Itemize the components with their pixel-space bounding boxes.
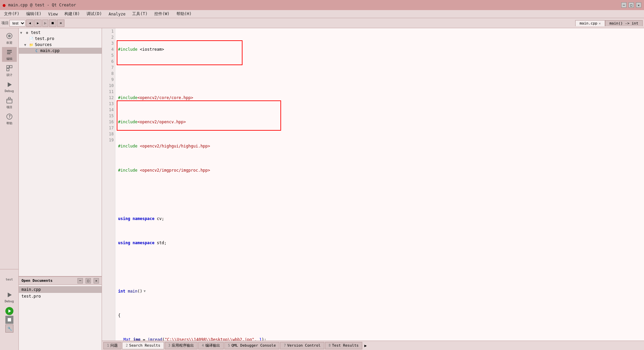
line-num-4: 4 bbox=[103, 46, 114, 52]
code-13-space bbox=[131, 337, 133, 341]
tab-main-int-label: main() -> int bbox=[609, 21, 638, 26]
code-3-path: <opencv2/core/core.hpp> bbox=[138, 95, 193, 101]
sidebar-bottom-test[interactable]: test bbox=[2, 272, 17, 287]
code-8-namespace: namespace bbox=[132, 216, 154, 222]
sidebar-icon-project[interactable]: 项目 bbox=[2, 95, 17, 110]
code-13-lparen: ( bbox=[162, 337, 165, 341]
wrench-button[interactable]: 🔧 bbox=[5, 324, 13, 333]
toolbar-build-btn[interactable]: ▷ bbox=[42, 19, 48, 27]
sidebar-icon-design[interactable]: 设计 bbox=[2, 63, 17, 78]
code-8-ns bbox=[130, 216, 132, 222]
svg-point-10 bbox=[8, 97, 10, 99]
open-doc-test-pro[interactable]: test.pro bbox=[19, 293, 102, 300]
project-file-icon: ⚙ bbox=[25, 30, 30, 35]
sidebar-icon-help[interactable]: ? 帮助 bbox=[2, 112, 17, 126]
title-bar: ● main.cpp @ test - Qt Creator ─ □ ✕ bbox=[0, 0, 644, 10]
bottom-tab-issues[interactable]: 1 问题 bbox=[103, 342, 121, 349]
line-num-17: 17 bbox=[103, 125, 114, 131]
menu-edit[interactable]: 编辑(E) bbox=[23, 10, 44, 17]
code-13-eq: = bbox=[141, 337, 148, 341]
menu-controls[interactable]: 控件(W) bbox=[152, 10, 172, 17]
svg-rect-15 bbox=[8, 318, 11, 321]
sidebar-icon-welcome[interactable]: 欢迎 bbox=[2, 31, 17, 46]
code-5-include: #include bbox=[118, 143, 140, 149]
open-docs-btn1[interactable]: ─ bbox=[77, 278, 83, 283]
svg-marker-14 bbox=[8, 309, 11, 313]
tree-item-test[interactable]: ▼ ⚙ test bbox=[19, 30, 102, 36]
code-line-2 bbox=[118, 71, 644, 77]
bottom-tab-compile[interactable]: 4 编译输出 bbox=[198, 342, 224, 349]
menu-debug[interactable]: 调试(D) bbox=[84, 10, 105, 17]
run-section: 🔧 bbox=[5, 307, 13, 333]
debug-bottom-icon bbox=[5, 291, 13, 299]
sidebar-bottom-debug[interactable]: Debug bbox=[2, 290, 17, 304]
run-button[interactable] bbox=[5, 307, 13, 315]
title-bar-controls[interactable]: ─ □ ✕ bbox=[621, 2, 641, 8]
code-line-12: { bbox=[118, 312, 644, 318]
tree-item-test-pro[interactable]: 📄 test.pro bbox=[19, 36, 102, 42]
maximize-button[interactable]: □ bbox=[629, 2, 634, 8]
code-content: 1 2 3 4 5 6 7 8 9 10 11 12 13 14 15 16 1 bbox=[102, 28, 644, 341]
stop-button[interactable] bbox=[5, 316, 13, 324]
menu-help[interactable]: 帮助(H) bbox=[174, 10, 195, 17]
toolbar-nav-btn2[interactable]: ▶ bbox=[34, 19, 42, 27]
sidebar-icon-debug[interactable]: Debug bbox=[2, 79, 17, 94]
tree-item-main-cpp[interactable]: C main.cpp bbox=[19, 48, 102, 54]
svg-rect-3 bbox=[7, 52, 12, 52]
open-doc-main-cpp[interactable]: main.cpp bbox=[19, 286, 102, 293]
tab-main-cpp-close[interactable]: ✕ bbox=[599, 21, 601, 25]
pro-file-icon: 📄 bbox=[29, 36, 34, 41]
toolbar-btn3[interactable]: ≡ bbox=[57, 19, 64, 27]
open-docs-btn2[interactable]: □ bbox=[86, 278, 91, 283]
toolbar-btn2[interactable]: ⏹ bbox=[49, 19, 56, 27]
code-line-8: using namespace cv; bbox=[118, 216, 644, 222]
code-4-include: #include bbox=[118, 119, 138, 125]
tab-main-cpp[interactable]: main.cpp ✕ bbox=[575, 20, 605, 26]
editor-tab-bar: main.cpp ✕ main() -> int bbox=[575, 19, 643, 27]
tab-main-int[interactable]: main() -> int bbox=[605, 20, 643, 26]
code-1-rest: <iostream> bbox=[138, 46, 164, 52]
edit-icon bbox=[5, 48, 13, 56]
code-line-11: int main() ▼ bbox=[118, 288, 644, 294]
bottom-tab-qml[interactable]: 5 QML Debugger Console bbox=[224, 342, 279, 349]
menu-build[interactable]: 构建(B) bbox=[62, 10, 83, 17]
editor-area: 1 2 3 4 5 6 7 8 9 10 11 12 13 14 15 16 1 bbox=[102, 28, 644, 350]
bottom-tab-test-label: Test Results bbox=[332, 343, 359, 348]
sidebar-icon-edit[interactable]: 编辑 bbox=[2, 47, 17, 62]
menu-bar: 文件(F) 编辑(E) View 构建(B) 调试(D) Analyze 工具(… bbox=[0, 10, 644, 18]
tree-label-main: main.cpp bbox=[40, 48, 60, 53]
bottom-tab-test[interactable]: 8 Test Results bbox=[325, 342, 363, 349]
bottom-tab-vcs[interactable]: 7 Version Control bbox=[280, 342, 324, 349]
project-label-icon: 项目 bbox=[6, 105, 12, 110]
close-button[interactable]: ✕ bbox=[636, 2, 641, 8]
code-13-rparen: ); bbox=[262, 337, 266, 341]
menu-analyze[interactable]: Analyze bbox=[106, 11, 128, 17]
tree-item-sources[interactable]: ▼ 📁 Sources bbox=[19, 42, 102, 48]
help-icon: ? bbox=[5, 113, 13, 121]
menu-view[interactable]: View bbox=[45, 11, 60, 17]
menu-file[interactable]: 文件(F) bbox=[1, 10, 22, 17]
open-docs-btn3[interactable]: ✕ bbox=[94, 278, 99, 283]
design-label: 设计 bbox=[6, 73, 12, 77]
project-selector[interactable]: test bbox=[9, 20, 25, 27]
toolbar: 项目 test ◀ ▶ ▷ ⏹ ≡ main.cpp ✕ main() -> i… bbox=[0, 18, 644, 28]
bottom-tab-app-num: 3 bbox=[168, 344, 170, 347]
line-num-3: 3 bbox=[103, 40, 114, 46]
code-area[interactable]: 1 2 3 4 5 6 7 8 9 10 11 12 13 14 15 16 1 bbox=[102, 28, 644, 341]
code-6-path: <opencv2/imgproc/imgproc.hpp> bbox=[140, 167, 210, 173]
bottom-tabs-more[interactable]: ▶ bbox=[364, 343, 367, 348]
menu-tools[interactable]: 工具(T) bbox=[129, 10, 150, 17]
bottom-tab-search[interactable]: 2 Search Results bbox=[122, 342, 164, 349]
bottom-tab-app-output[interactable]: 3 应用程序输出 bbox=[165, 342, 198, 349]
code-13-img: img bbox=[133, 337, 141, 341]
tree-arrow-sources: ▼ bbox=[24, 43, 28, 47]
code-11-fn: main bbox=[128, 288, 138, 294]
code-9-namespace: namespace bbox=[132, 240, 154, 246]
tree-label-test: test bbox=[31, 30, 41, 35]
svg-rect-2 bbox=[7, 50, 12, 51]
tab-main-cpp-label: main.cpp bbox=[580, 21, 597, 26]
minimize-button[interactable]: ─ bbox=[621, 2, 627, 8]
design-icon bbox=[5, 64, 13, 72]
bottom-tab-compile-label: 编译输出 bbox=[205, 343, 220, 348]
toolbar-nav-btn[interactable]: ◀ bbox=[26, 19, 34, 27]
